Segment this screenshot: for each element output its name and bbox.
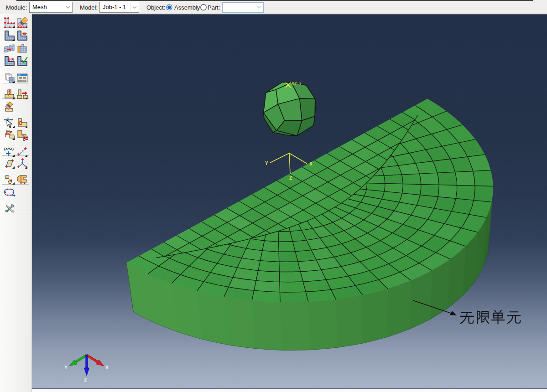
svg-text:Z: Z	[84, 377, 87, 382]
svg-text:Y: Y	[265, 161, 268, 166]
svg-text:RP-1: RP-1	[292, 81, 302, 86]
svg-text:X: X	[309, 161, 313, 166]
svg-text:X: X	[105, 365, 109, 370]
svg-text:Z: Z	[289, 175, 292, 181]
svg-text:(XYZ): (XYZ)	[4, 147, 14, 151]
svg-text:S4R: S4R	[8, 58, 14, 61]
svg-text:Y: Y	[64, 365, 68, 370]
